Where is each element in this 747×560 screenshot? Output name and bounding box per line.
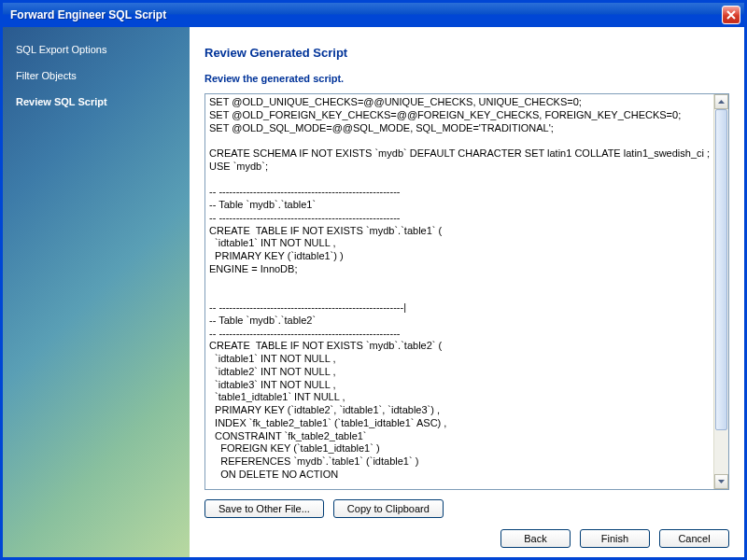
action-buttons-row: Save to Other File... Copy to Clipboard (204, 490, 729, 524)
wizard-body: SQL Export Options Filter Objects Review… (3, 27, 744, 557)
sidebar-item-label: Review SQL Script (16, 96, 107, 107)
footer-buttons-row: Back Finish Cancel (204, 524, 729, 548)
scroll-thumb[interactable] (715, 109, 727, 430)
sidebar-item-review-sql-script[interactable]: Review SQL Script (3, 89, 190, 115)
window-title: Forward Engineer SQL Script (10, 8, 166, 21)
wizard-window: Forward Engineer SQL Script SQL Export O… (3, 3, 744, 557)
cancel-button[interactable]: Cancel (659, 529, 729, 548)
save-to-other-file-button[interactable]: Save to Other File... (204, 499, 324, 518)
vertical-scrollbar[interactable] (713, 94, 728, 489)
script-text-area[interactable]: SET @OLD_UNIQUE_CHECKS=@@UNIQUE_CHECKS, … (205, 94, 713, 489)
finish-button[interactable]: Finish (580, 529, 650, 548)
chevron-up-icon (718, 100, 725, 104)
page-subheading: Review the generated script. (204, 73, 729, 93)
back-button[interactable]: Back (500, 529, 571, 548)
main-panel: Review Generated Script Review the gener… (190, 27, 744, 557)
chevron-down-icon (718, 480, 725, 483)
copy-to-clipboard-button[interactable]: Copy to Clipboard (333, 499, 444, 518)
scroll-down-arrow[interactable] (714, 474, 728, 489)
scroll-up-arrow[interactable] (714, 94, 728, 109)
page-heading: Review Generated Script (204, 40, 729, 73)
sidebar-item-sql-export-options[interactable]: SQL Export Options (3, 36, 190, 63)
close-icon (726, 10, 736, 20)
sidebar-item-filter-objects[interactable]: Filter Objects (3, 63, 190, 89)
titlebar[interactable]: Forward Engineer SQL Script (3, 3, 744, 27)
sidebar-item-label: Filter Objects (16, 70, 77, 81)
sidebar-item-label: SQL Export Options (16, 44, 106, 55)
script-container: SET @OLD_UNIQUE_CHECKS=@@UNIQUE_CHECKS, … (204, 93, 729, 490)
sidebar: SQL Export Options Filter Objects Review… (3, 27, 190, 557)
close-button[interactable] (722, 6, 740, 24)
scroll-track[interactable] (714, 109, 728, 474)
